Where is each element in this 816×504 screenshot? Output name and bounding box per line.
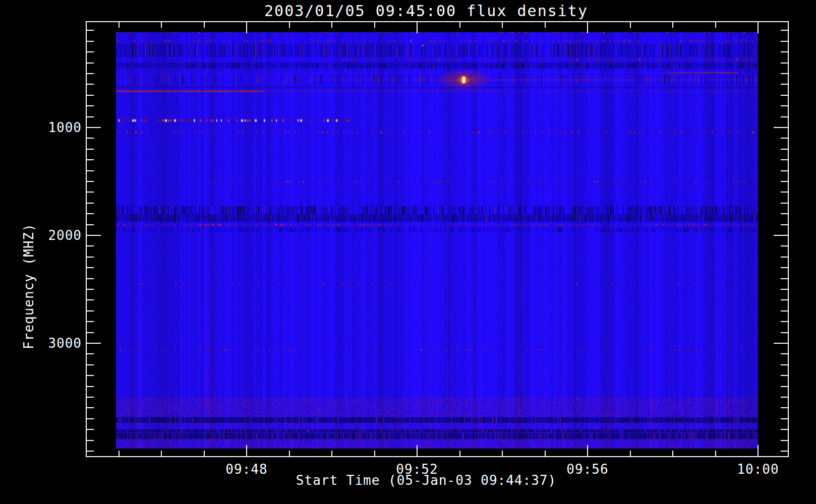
y-tick-label: 1000 [21, 120, 82, 135]
axis-tick [757, 22, 759, 33]
axis-tick [781, 245, 788, 246]
axis-tick [781, 440, 788, 441]
axis-tick [781, 30, 788, 31]
axis-tick [781, 310, 788, 311]
x-tick-label: 10:00 [718, 462, 798, 477]
axis-tick [204, 22, 205, 28]
axis-tick [87, 127, 101, 128]
axis-tick [87, 73, 94, 74]
axis-tick [331, 22, 332, 28]
axis-tick [781, 203, 788, 204]
axis-tick [87, 278, 94, 279]
axis-tick [87, 149, 94, 150]
axis-tick [781, 62, 788, 64]
axis-tick [630, 451, 631, 456]
axis-tick [587, 445, 588, 456]
axis-tick [672, 451, 673, 456]
axis-tick [781, 116, 788, 117]
axis-tick [781, 397, 788, 398]
axis-tick [87, 245, 94, 246]
axis-tick [781, 159, 788, 160]
axis-tick [289, 451, 290, 456]
axis-tick [459, 22, 460, 28]
axis-tick [87, 299, 94, 300]
axis-tick [87, 440, 94, 441]
axis-tick [87, 138, 94, 139]
axis-tick [781, 51, 788, 52]
axis-tick [781, 353, 788, 354]
axis-tick [87, 353, 94, 354]
axis-tick [781, 138, 788, 139]
axis-tick [87, 267, 94, 268]
chart-title: 2003/01/05 09:45:00 flux density [224, 2, 628, 20]
axis-tick [781, 321, 788, 322]
axis-tick [87, 105, 94, 106]
axis-tick [781, 149, 788, 150]
axis-tick [781, 257, 788, 258]
axis-tick [781, 170, 788, 171]
axis-tick [781, 429, 788, 430]
axis-tick [87, 213, 94, 214]
axis-tick [781, 105, 788, 106]
spectrogram-canvas [116, 32, 758, 449]
axis-tick [459, 451, 460, 456]
axis-tick [781, 181, 788, 182]
axis-tick [87, 116, 94, 117]
axis-tick [331, 451, 332, 456]
axis-tick [774, 235, 788, 236]
axis-tick [781, 73, 788, 74]
axis-tick [781, 192, 788, 193]
axis-tick [289, 22, 290, 28]
axis-tick [781, 41, 788, 42]
axis-tick [87, 418, 94, 419]
axis-tick [119, 22, 120, 28]
axis-tick [781, 407, 788, 408]
axis-tick [87, 364, 94, 365]
axis-tick [87, 321, 94, 322]
axis-tick [87, 181, 94, 182]
axis-tick [87, 235, 101, 236]
y-axis-title: Frequency (MHZ) [21, 160, 36, 412]
axis-tick [781, 332, 788, 333]
axis-tick [781, 95, 788, 96]
axis-tick [87, 289, 94, 290]
axis-tick [87, 386, 94, 387]
axis-tick [87, 375, 94, 376]
axis-tick [781, 418, 788, 419]
axis-tick [87, 192, 94, 193]
axis-tick [87, 62, 94, 64]
axis-tick [87, 170, 94, 171]
axis-tick [246, 445, 247, 456]
axis-tick [715, 451, 716, 456]
x-axis-title: Start Time (05-Jan-03 09:44:37) [224, 473, 628, 488]
axis-tick [87, 451, 94, 452]
axis-tick [204, 451, 205, 456]
axis-tick [374, 451, 375, 456]
axis-tick [545, 451, 546, 456]
axis-tick [630, 22, 631, 28]
axis-tick [587, 22, 588, 33]
axis-tick [246, 22, 247, 33]
axis-tick [87, 257, 94, 258]
axis-tick [545, 22, 546, 28]
axis-tick [417, 445, 418, 456]
axis-tick [161, 22, 162, 28]
axis-tick [87, 310, 94, 311]
axis-tick [87, 84, 94, 85]
axis-tick [781, 84, 788, 85]
axis-tick [781, 267, 788, 268]
axis-tick [119, 451, 120, 456]
axis-tick [781, 224, 788, 225]
axis-tick [87, 429, 94, 430]
axis-tick [781, 289, 788, 290]
axis-tick [781, 375, 788, 376]
axis-tick [87, 41, 94, 42]
axis-tick [417, 22, 418, 33]
axis-tick [781, 213, 788, 214]
axis-tick [87, 224, 94, 225]
axis-tick [672, 22, 673, 28]
axis-tick [87, 332, 94, 333]
axis-tick [87, 397, 94, 398]
axis-tick [781, 451, 788, 452]
axis-tick [715, 22, 716, 28]
